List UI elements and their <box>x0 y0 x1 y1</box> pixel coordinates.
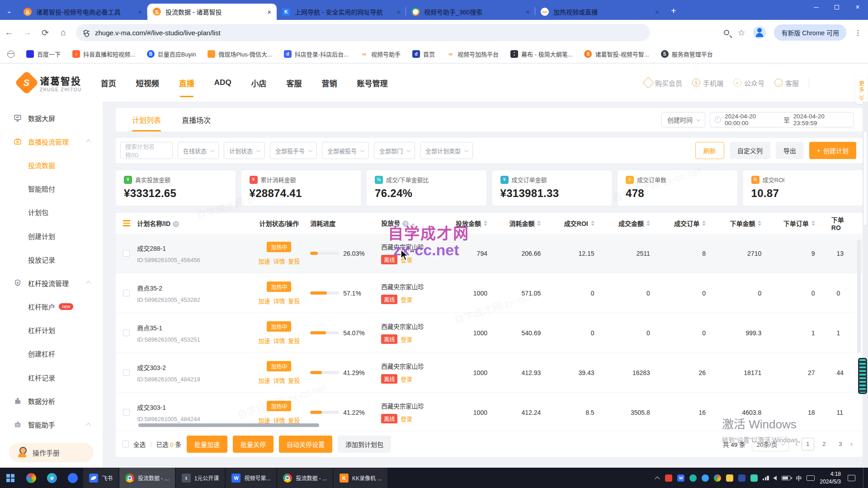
sidebar-item-smart-compensation[interactable]: 智能赔付 <box>0 177 103 201</box>
sidebar-item-leverage-records[interactable]: 杠杆记录 <box>0 366 103 389</box>
sidebar-item-delivery-records[interactable]: 投放记录 <box>0 248 103 271</box>
window-maximize-button[interactable] <box>826 0 847 14</box>
help-icon[interactable]: ? <box>173 221 179 227</box>
sort-icon[interactable] <box>758 221 761 226</box>
buy-membership-link[interactable]: 购买会员 <box>644 78 682 88</box>
bookmark-item[interactable]: B巨量百应Buyin <box>147 50 196 58</box>
nav-marketing[interactable]: 营销 <box>322 64 337 102</box>
speed-up-link[interactable]: 加速 <box>258 257 270 265</box>
login-link[interactable]: 登录 <box>401 375 412 383</box>
nav-home[interactable]: 首页 <box>101 64 116 102</box>
sidebar-item-traffic-data-active[interactable]: 投流数据 <box>0 153 103 177</box>
taskbar-app-chrome-active[interactable]: 投流数据 - ... <box>119 468 175 488</box>
add-to-plan-package-button[interactable]: 添加到计划包 <box>338 436 391 453</box>
bulk-speed-up-button[interactable]: 批量加速 <box>187 436 227 453</box>
detail-link[interactable]: 详情 <box>273 376 285 385</box>
tray-app-icon[interactable] <box>702 474 709 482</box>
customer-service-link[interactable]: …客服 <box>774 78 799 88</box>
tab-close-icon[interactable]: × <box>526 8 530 16</box>
chevron-up-icon[interactable] <box>86 422 91 427</box>
browser-tab-5[interactable]: ∞ 加热视频或直播 × <box>535 4 665 20</box>
touch-keyboard-icon[interactable] <box>807 475 815 481</box>
table-row[interactable]: 成交303-2ID:5896261005_484219 加热中 加速详情复投 4… <box>116 353 863 393</box>
tray-expand-icon[interactable] <box>655 476 660 481</box>
sidebar-item-plan-package[interactable]: 计划包 <box>0 201 103 224</box>
sort-icon[interactable] <box>811 221 815 226</box>
bookmark-item[interactable]: 微现场Plus-微信大... <box>208 50 272 58</box>
horizontal-scrollbar[interactable] <box>138 423 319 427</box>
sidebar-item-create-leverage[interactable]: 创建杠杆 <box>0 342 103 366</box>
chrome-update-chip[interactable]: 有新版 Chrome 可用 <box>774 24 846 41</box>
sort-icon[interactable] <box>537 221 541 226</box>
table-row[interactable]: 商点35-1ID:5896261005_453251 加热中 加速详情复投 54… <box>116 313 863 353</box>
tab-search-chevron-icon[interactable]: ⌄ <box>0 7 18 20</box>
sidebar-item-create-plan[interactable]: 创建计划 <box>0 224 103 248</box>
table-row[interactable]: 商点35-2ID:5896261005_453282 加热中 加速详情复投 57… <box>116 273 863 313</box>
bookmark-item[interactable]: ∞视频号助手 <box>360 50 401 58</box>
bookmark-item[interactable]: ⁚幕布 - 极简大纲笔... <box>510 50 572 58</box>
edge-icon[interactable]: e <box>42 468 62 488</box>
create-plan-button[interactable]: +创建计划 <box>809 142 856 159</box>
sidebar-group-leverage[interactable]: 杠杆投流管理 <box>0 271 103 295</box>
chrome-menu-icon[interactable]: ⋮ <box>854 28 862 37</box>
taskbar-app-kk-recorder[interactable]: KKK录像机 ... <box>334 468 387 488</box>
page-2[interactable]: 2 <box>818 438 830 450</box>
row-checkbox[interactable] <box>123 329 130 336</box>
tab-live-sessions[interactable]: 直播场次 <box>182 108 211 131</box>
refresh-button[interactable]: 刷新 <box>695 142 724 159</box>
taskbar-clock[interactable]: 4:18 2024/5/3 <box>820 470 841 485</box>
manual-button[interactable]: 操作手册 <box>9 443 94 462</box>
detail-link[interactable]: 详情 <box>273 257 285 265</box>
tray-shield-icon[interactable] <box>738 474 745 482</box>
tab-close-icon[interactable]: × <box>267 8 271 16</box>
tray-wps-icon[interactable]: W <box>677 474 684 482</box>
table-row[interactable]: 成交288-1ID:5896261005_456456 加热中 加速详情复投 2… <box>116 234 863 273</box>
bookmark-item[interactable]: ♪抖音直播和短视频... <box>72 50 135 58</box>
sidebar-group-live-traffic[interactable]: 直播投流管理 <box>0 130 103 153</box>
plan-type-select[interactable]: 全部计划类型 <box>420 142 473 159</box>
sort-icon[interactable] <box>702 221 706 226</box>
start-button[interactable] <box>0 468 21 488</box>
page-1[interactable]: 1 <box>802 438 814 450</box>
site-info-icon[interactable] <box>83 31 90 34</box>
row-checkbox[interactable] <box>123 369 130 376</box>
back-icon[interactable]: ← <box>0 28 18 38</box>
volume-icon[interactable] <box>773 476 777 480</box>
next-page-icon[interactable]: › <box>850 440 853 448</box>
new-tab-button[interactable]: + <box>671 6 676 16</box>
nav-short-video[interactable]: 短视频 <box>136 64 159 102</box>
select-all-checkbox[interactable] <box>122 441 129 447</box>
taskbar-app-chrome-2[interactable]: 投流数据 - ... <box>277 468 333 488</box>
ime-indicator[interactable]: 中 <box>796 474 802 482</box>
show-desktop-button[interactable] <box>863 468 865 488</box>
scroll-minimap-widget[interactable] <box>858 358 867 394</box>
official-account-link[interactable]: ✓公众号 <box>733 78 764 88</box>
re-invest-link[interactable]: 复投 <box>288 257 300 265</box>
notification-center-icon[interactable] <box>848 475 855 481</box>
nav-service[interactable]: 客服 <box>287 64 302 102</box>
bookmark-globe-icon[interactable] <box>7 51 14 58</box>
taskbar-search-icon[interactable] <box>21 468 42 488</box>
more-stats-button[interactable]: 更多 <box>855 76 867 104</box>
prev-page-icon[interactable]: ‹ <box>795 440 797 448</box>
online-status-select[interactable]: 在线状态 <box>178 142 219 159</box>
page-3[interactable]: 3 <box>834 438 847 450</box>
export-button[interactable]: 导出 <box>776 142 804 159</box>
re-invest-link[interactable]: 复投 <box>288 336 300 345</box>
taskbar-app-feishu[interactable]: 飞书 <box>83 468 118 488</box>
pinned-app-icon[interactable] <box>62 468 83 488</box>
chevron-up-icon[interactable] <box>86 140 91 145</box>
auto-stop-settings-button[interactable]: 自动关停设置 <box>279 436 332 453</box>
column-settings-icon[interactable] <box>123 220 130 226</box>
speed-up-link[interactable]: 加速 <box>258 416 270 424</box>
date-range-picker[interactable]: 2024-04-20 00:00:00 至 2024-04-20 23:59:5… <box>710 112 854 127</box>
sidebar-item-leverage-account[interactable]: 杠杆账户 new <box>0 295 103 319</box>
re-invest-link[interactable]: 复投 <box>288 296 300 305</box>
app-logo[interactable]: S 诸葛智投 ZHUGE ZHITOU <box>18 74 82 92</box>
battery-icon[interactable] <box>782 476 791 480</box>
login-link[interactable]: 登录 <box>401 335 412 343</box>
tab-close-icon[interactable]: × <box>138 8 142 16</box>
sort-icon[interactable] <box>484 221 487 226</box>
bookmark-item[interactable]: S服务商管理平台 <box>661 50 713 58</box>
tray-app-icon[interactable] <box>750 474 758 482</box>
